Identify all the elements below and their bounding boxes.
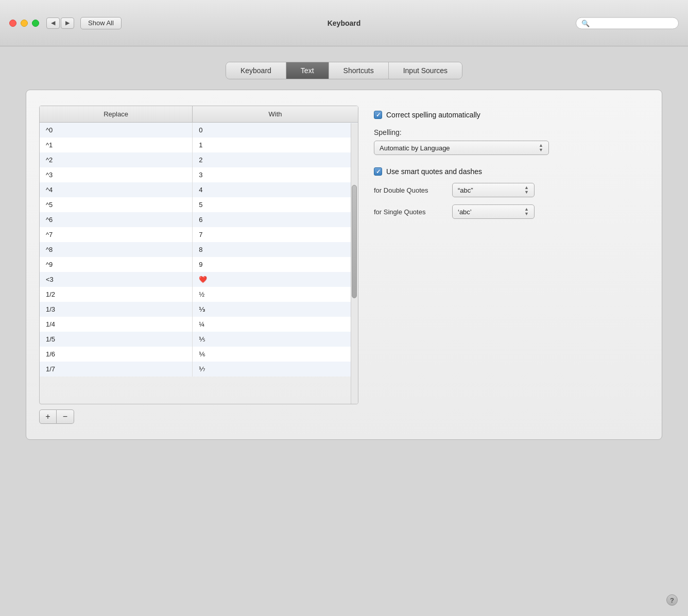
tab-text[interactable]: Text — [286, 62, 329, 79]
single-quotes-arrows: ▲ ▼ — [524, 207, 529, 216]
dq-arrow-down: ▼ — [524, 190, 529, 195]
add-row-button[interactable]: + — [39, 409, 57, 424]
double-quotes-arrows: ▲ ▼ — [524, 185, 529, 195]
spelling-section: Spelling: Automatic by Language ▲ ▼ — [374, 128, 649, 155]
replace-cell: ^0 — [40, 123, 193, 138]
single-quotes-row: for Single Quotes ‘abc’ ▲ ▼ — [374, 204, 649, 219]
arrow-down-icon: ▼ — [539, 148, 543, 152]
with-cell: ½ — [193, 287, 358, 302]
replace-cell: 1/4 — [40, 317, 193, 332]
options-section: ✓ Correct spelling automatically Spellin… — [374, 106, 649, 424]
replace-cell: ^9 — [40, 257, 193, 272]
traffic-lights — [9, 20, 39, 27]
tabs-container: Keyboard Text Shortcuts Input Sources — [26, 62, 662, 79]
remove-row-button[interactable]: − — [57, 409, 74, 424]
minimize-button[interactable] — [21, 20, 28, 27]
spelling-select[interactable]: Automatic by Language ▲ ▼ — [374, 141, 549, 155]
with-cell: ⅕ — [193, 332, 358, 347]
scrollbar-area[interactable] — [351, 123, 358, 404]
with-cell: ⅐ — [193, 362, 358, 377]
replace-cell: ^7 — [40, 227, 193, 242]
table-row[interactable]: <3❤️ — [40, 272, 358, 287]
table-row[interactable]: ^44 — [40, 182, 358, 197]
table-row[interactable]: ^22 — [40, 152, 358, 167]
correct-spelling-checkbox[interactable]: ✓ — [374, 111, 382, 119]
replace-cell: <3 — [40, 272, 193, 287]
correct-spelling-row: ✓ Correct spelling automatically — [374, 111, 649, 119]
main-wrapper: Keyboard Text Shortcuts Input Sources Re… — [0, 46, 688, 616]
replace-cell: 1/3 — [40, 302, 193, 317]
with-cell: 4 — [193, 182, 358, 197]
table-row[interactable]: 1/5⅕ — [40, 332, 358, 347]
with-cell: 8 — [193, 242, 358, 257]
table-row[interactable]: 1/2½ — [40, 287, 358, 302]
nav-buttons: ◀ ▶ — [46, 18, 74, 29]
back-button[interactable]: ◀ — [46, 18, 60, 29]
table-row[interactable]: ^88 — [40, 242, 358, 257]
table-row[interactable]: ^99 — [40, 257, 358, 272]
with-cell: ⅓ — [193, 302, 358, 317]
show-all-button[interactable]: Show All — [80, 17, 122, 29]
panel: Replace With ^00^11^22^33^44^55^66^77^88… — [26, 90, 662, 440]
replace-table-wrapper: Replace With ^00^11^22^33^44^55^66^77^88… — [39, 106, 358, 404]
replace-cell: 1/7 — [40, 362, 193, 377]
with-cell: ¼ — [193, 317, 358, 332]
search-input[interactable] — [593, 19, 673, 27]
single-quotes-select[interactable]: ‘abc’ ▲ ▼ — [452, 204, 535, 219]
with-cell: 5 — [193, 197, 358, 212]
title-bar: ◀ ▶ Show All Keyboard 🔍 — [0, 0, 688, 46]
with-cell: 3 — [193, 167, 358, 182]
close-button[interactable] — [9, 20, 16, 27]
smart-quotes-checkbox[interactable]: ✓ — [374, 167, 382, 176]
replace-cell: ^6 — [40, 212, 193, 227]
tab-keyboard[interactable]: Keyboard — [226, 62, 286, 79]
spelling-label: Spelling: — [374, 128, 649, 136]
scrollbar-thumb[interactable] — [352, 185, 357, 298]
table-row[interactable]: ^00 — [40, 123, 358, 138]
tab-input-sources[interactable]: Input Sources — [389, 62, 462, 79]
with-cell: 0 — [193, 123, 358, 138]
col-replace-header: Replace — [40, 106, 193, 123]
single-quotes-label: for Single Quotes — [374, 208, 446, 216]
double-quotes-label: for Double Quotes — [374, 186, 446, 194]
tabs: Keyboard Text Shortcuts Input Sources — [226, 62, 462, 79]
with-cell: 7 — [193, 227, 358, 242]
table-row[interactable]: 1/4¼ — [40, 317, 358, 332]
table-row[interactable]: ^55 — [40, 197, 358, 212]
maximize-button[interactable] — [32, 20, 39, 27]
replace-cell: ^1 — [40, 138, 193, 152]
smart-quotes-section: ✓ Use smart quotes and dashes for Double… — [374, 167, 649, 219]
with-cell: ⅙ — [193, 347, 358, 362]
spelling-select-value: Automatic by Language — [380, 144, 450, 152]
smart-quotes-label: Use smart quotes and dashes — [386, 167, 482, 176]
table-row[interactable]: ^77 — [40, 227, 358, 242]
help-button[interactable]: ? — [666, 594, 678, 606]
search-box: 🔍 — [576, 17, 679, 29]
checkmark-icon: ✓ — [376, 112, 381, 118]
table-section: Replace With ^00^11^22^33^44^55^66^77^88… — [39, 106, 358, 424]
table-row[interactable]: ^11 — [40, 138, 358, 152]
replace-table: Replace With ^00^11^22^33^44^55^66^77^88… — [40, 106, 358, 377]
table-row[interactable]: 1/7⅐ — [40, 362, 358, 377]
with-cell: 1 — [193, 138, 358, 152]
replace-cell: 1/6 — [40, 347, 193, 362]
spelling-select-arrows: ▲ ▼ — [539, 143, 543, 152]
replace-cell: ^2 — [40, 152, 193, 167]
with-cell: 2 — [193, 152, 358, 167]
double-quotes-value: “abc” — [458, 186, 473, 194]
correct-spelling-label: Correct spelling automatically — [386, 111, 480, 119]
double-quotes-select[interactable]: “abc” ▲ ▼ — [452, 183, 535, 197]
forward-button[interactable]: ▶ — [61, 18, 74, 29]
replace-cell: ^8 — [40, 242, 193, 257]
table-row[interactable]: ^66 — [40, 212, 358, 227]
replace-cell: 1/5 — [40, 332, 193, 347]
table-row[interactable]: 1/6⅙ — [40, 347, 358, 362]
sq-arrow-down: ▼ — [524, 212, 529, 216]
table-row[interactable]: ^33 — [40, 167, 358, 182]
col-with-header: With — [193, 106, 358, 123]
replace-cell: 1/2 — [40, 287, 193, 302]
tab-shortcuts[interactable]: Shortcuts — [329, 62, 389, 79]
table-row[interactable]: 1/3⅓ — [40, 302, 358, 317]
window-title: Keyboard — [328, 19, 361, 27]
smart-quotes-checkmark: ✓ — [376, 168, 381, 175]
